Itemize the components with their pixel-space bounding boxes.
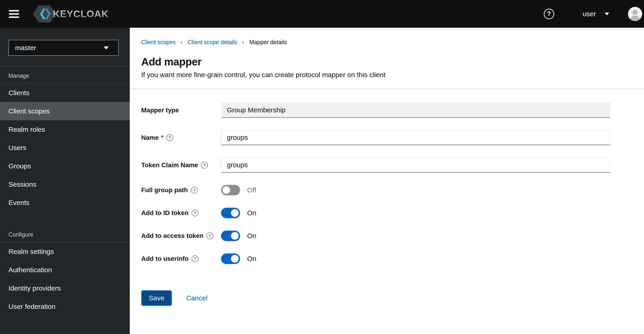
page-header-section: Client scopes › Client scope details › M… bbox=[130, 28, 644, 89]
add-to-access-token-label: Add to access token ? bbox=[141, 232, 221, 240]
nav-list-manage: Clients Client scopes Realm roles Users … bbox=[0, 84, 130, 212]
chevron-right-icon: › bbox=[242, 38, 244, 46]
full-group-path-toggle[interactable] bbox=[221, 185, 240, 195]
toggle-state-label: On bbox=[247, 232, 256, 240]
realm-selector-button[interactable]: master bbox=[8, 40, 119, 56]
mapper-type-control bbox=[221, 102, 644, 118]
keycloak-logo-text: KEYCLOAK bbox=[53, 8, 109, 19]
hamburger-menu-icon[interactable] bbox=[9, 8, 19, 19]
user-dropdown[interactable]: user bbox=[583, 10, 609, 18]
mapper-type-label: Mapper type bbox=[141, 107, 221, 114]
user-silhouette-icon bbox=[628, 7, 642, 21]
cancel-button[interactable]: Cancel bbox=[186, 294, 207, 302]
form-row-name: Name * ? bbox=[141, 130, 644, 145]
form-row-add-to-access-token: Add to access token ? On bbox=[141, 231, 644, 241]
form-row-add-to-userinfo: Add to userinfo ? On bbox=[141, 254, 644, 264]
add-to-access-token-toggle[interactable] bbox=[221, 231, 240, 241]
help-icon[interactable]: ? bbox=[192, 255, 198, 262]
label-text: Add to ID token bbox=[141, 209, 188, 217]
toggle-knob bbox=[231, 209, 239, 217]
full-group-path-control: Off bbox=[221, 185, 644, 195]
sidebar-item-clients[interactable]: Clients bbox=[0, 84, 130, 102]
nav-list-configure: Realm settings Authentication Identity p… bbox=[0, 243, 130, 316]
help-icon[interactable]: ? bbox=[166, 134, 173, 141]
sidebar: master Manage Clients Client scopes Real… bbox=[0, 28, 130, 334]
save-button[interactable]: Save bbox=[141, 290, 172, 306]
toggle-knob bbox=[222, 186, 230, 194]
toggle-state-label: On bbox=[247, 209, 256, 217]
add-to-userinfo-control: On bbox=[221, 254, 644, 264]
form-row-mapper-type: Mapper type bbox=[141, 102, 644, 118]
add-mapper-form: Mapper type Name * ? bbox=[130, 89, 644, 306]
breadcrumb-link-client-scopes[interactable]: Client scopes bbox=[141, 38, 176, 46]
toggle-knob bbox=[231, 255, 239, 263]
avatar[interactable] bbox=[628, 7, 642, 21]
required-indicator: * bbox=[161, 134, 164, 141]
toggle-state-label: Off bbox=[247, 186, 256, 194]
help-glyph: ? bbox=[194, 257, 196, 261]
sidebar-item-sessions[interactable]: Sessions bbox=[0, 175, 130, 194]
full-group-path-label: Full group path ? bbox=[141, 186, 221, 194]
chevron-right-icon: › bbox=[180, 38, 183, 46]
sidebar-item-client-scopes[interactable]: Client scopes bbox=[0, 102, 130, 120]
token-claim-name-control bbox=[221, 157, 644, 173]
chevron-down-icon bbox=[605, 12, 609, 15]
name-control bbox=[221, 130, 644, 145]
form-row-token-claim-name: Token Claim Name ? bbox=[141, 157, 644, 173]
breadcrumb: Client scopes › Client scope details › M… bbox=[141, 38, 630, 46]
sidebar-item-identity-providers[interactable]: Identity providers bbox=[0, 279, 130, 297]
name-field[interactable] bbox=[221, 130, 610, 145]
form-row-add-to-id-token: Add to ID token ? On bbox=[141, 208, 644, 218]
help-glyph: ? bbox=[193, 188, 196, 192]
add-to-id-token-toggle[interactable] bbox=[221, 208, 240, 218]
hamburger-bar bbox=[9, 13, 19, 15]
toggle-knob bbox=[231, 232, 239, 240]
token-claim-name-field[interactable] bbox=[221, 157, 610, 173]
form-actions: Save Cancel bbox=[141, 290, 644, 306]
label-text: Add to access token bbox=[141, 232, 204, 240]
help-glyph: ? bbox=[547, 11, 551, 17]
keycloak-admin-console: KEYCLOAK ? user master bbox=[0, 0, 644, 334]
help-icon[interactable]: ? bbox=[191, 187, 198, 194]
label-text: Token Claim Name bbox=[141, 162, 198, 169]
help-icon[interactable]: ? bbox=[201, 162, 208, 169]
realm-name: master bbox=[15, 44, 36, 52]
mapper-type-field[interactable] bbox=[221, 102, 610, 118]
page-body: master Manage Clients Client scopes Real… bbox=[0, 28, 644, 334]
sidebar-item-realm-settings[interactable]: Realm settings bbox=[0, 243, 130, 261]
name-label: Name * ? bbox=[141, 134, 221, 141]
add-to-access-token-control: On bbox=[221, 231, 644, 241]
sidebar-item-events[interactable]: Events bbox=[0, 194, 130, 212]
help-icon[interactable]: ? bbox=[544, 9, 554, 19]
page-subtitle: If you want more fine-grain control, you… bbox=[141, 71, 630, 89]
nav-section-manage: Manage bbox=[0, 66, 130, 79]
keycloak-hexagon-icon bbox=[32, 5, 56, 23]
sidebar-item-user-federation[interactable]: User federation bbox=[0, 297, 130, 316]
page-title: Add mapper bbox=[141, 56, 630, 68]
add-to-userinfo-toggle[interactable] bbox=[221, 254, 240, 264]
help-icon[interactable]: ? bbox=[206, 232, 213, 239]
sidebar-item-users[interactable]: Users bbox=[0, 139, 130, 157]
toggle-state-label: On bbox=[247, 255, 256, 263]
hamburger-bar bbox=[9, 16, 19, 18]
label-text: Full group path bbox=[141, 186, 188, 194]
sidebar-item-realm-roles[interactable]: Realm roles bbox=[0, 120, 130, 139]
form-row-full-group-path: Full group path ? Off bbox=[141, 185, 644, 195]
masthead: KEYCLOAK ? user bbox=[0, 0, 644, 28]
add-to-userinfo-label: Add to userinfo ? bbox=[141, 255, 221, 262]
username-label: user bbox=[583, 10, 596, 18]
nav-section-configure: Configure bbox=[0, 212, 130, 238]
chevron-down-icon bbox=[104, 46, 109, 49]
help-icon[interactable]: ? bbox=[192, 210, 198, 216]
sidebar-item-authentication[interactable]: Authentication bbox=[0, 261, 130, 279]
realm-selector: master bbox=[8, 40, 119, 56]
add-to-id-token-control: On bbox=[221, 208, 644, 218]
help-glyph: ? bbox=[209, 234, 212, 238]
help-glyph: ? bbox=[168, 135, 171, 140]
main-content: Client scopes › Client scope details › M… bbox=[130, 28, 644, 334]
token-claim-name-label: Token Claim Name ? bbox=[141, 162, 221, 169]
label-text: Add to userinfo bbox=[141, 255, 188, 262]
keycloak-logo: KEYCLOAK bbox=[32, 5, 109, 23]
breadcrumb-link-client-scope-details[interactable]: Client scope details bbox=[188, 38, 237, 46]
sidebar-item-groups[interactable]: Groups bbox=[0, 157, 130, 175]
